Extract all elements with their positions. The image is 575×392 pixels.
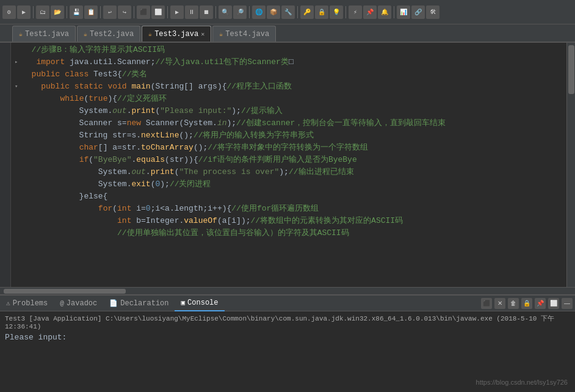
toolbar: ⚙ ▶ 🗂 📂 💾 📋 ↩ ↪ ⬛ ⬜ ▶ ⏸ ⏹ 🔍 🔎 🌐 📦 🔧 🔑 🔒 …	[0, 0, 575, 24]
code-line-9: char[] a=str.toCharArray();//将字符串对象中的字符转…	[11, 142, 566, 154]
scrollbar-thumb[interactable]	[568, 45, 574, 94]
toolbar-icon-24[interactable]: 🔔	[378, 5, 391, 19]
toolbar-icon-13[interactable]: ⏹	[200, 5, 213, 19]
tab-test4[interactable]: ☕ Test4.java	[212, 26, 276, 42]
toolbar-icon-17[interactable]: 📦	[267, 5, 280, 19]
expand-icon-14	[15, 203, 21, 215]
declaration-icon: 📄	[109, 299, 118, 307]
toolbar-sep-5	[167, 6, 168, 18]
tab-problems[interactable]: ⚠ Problems	[0, 296, 54, 311]
toolbar-icon-4[interactable]: 📂	[51, 5, 64, 19]
tab-console[interactable]: ▣ Console	[175, 296, 224, 311]
toolbar-icon-10[interactable]: ⬜	[151, 5, 165, 19]
problems-icon: ⚠	[6, 299, 10, 307]
toolbar-icon-15[interactable]: 🔎	[233, 5, 247, 19]
toolbar-icon-9[interactable]: ⬛	[137, 5, 150, 19]
code-line-3: public class Test3{//类名	[11, 68, 566, 81]
toolbar-icon-8[interactable]: ↪	[118, 5, 131, 19]
tab-test3-close[interactable]: ✕	[201, 31, 204, 38]
tab-declaration[interactable]: 📄 Declaration	[103, 296, 175, 311]
code-line-10: if("ByeBye".equals(str)){//if语句的条件判断用户输入…	[11, 154, 566, 166]
toolbar-icon-5[interactable]: 💾	[70, 5, 83, 19]
expand-icon-5	[15, 93, 21, 105]
code-line-1: //步骤B：输入字符并显示其ASCII码	[11, 44, 566, 56]
tab-test3[interactable]: ☕ Test3.java ✕	[142, 26, 211, 42]
clear-button[interactable]: 🗑	[508, 298, 519, 309]
expand-icon-1	[15, 44, 21, 56]
left-margin	[0, 43, 11, 287]
toolbar-icon-16[interactable]: 🌐	[252, 5, 266, 19]
code-line-4: ▾ public static void main(String[] args)…	[11, 81, 566, 93]
code-line-12: System.exit(0);//关闭进程	[11, 178, 566, 191]
console-content: Test3 [Java Application] C:\Users\luosiy…	[0, 311, 575, 344]
watermark: https://blog.csdn.net/lsy1sy726	[476, 378, 568, 387]
toolbar-icon-27[interactable]: 🛠	[426, 5, 439, 19]
console-path: Test3 [Java Application] C:\Users\luosiy…	[5, 314, 570, 330]
java-file-icon-4: ☕	[219, 31, 223, 38]
tab-javadoc-label: Javadoc	[67, 299, 97, 308]
toolbar-sep-9	[345, 6, 346, 18]
maximize-button[interactable]: ⬜	[548, 298, 559, 309]
toolbar-icon-19[interactable]: 🔑	[300, 5, 314, 19]
toolbar-icon-21[interactable]: 💡	[330, 5, 343, 19]
minimize-button[interactable]: —	[562, 298, 573, 309]
java-file-icon-2: ☕	[84, 31, 87, 38]
code-line-5: while(true){//定义死循环	[11, 93, 566, 105]
expand-icon-11	[15, 166, 21, 178]
tab-console-label: Console	[187, 299, 218, 307]
expand-icon-13	[15, 191, 21, 203]
tab-test1[interactable]: ☕ Test1.java	[12, 26, 76, 42]
tab-javadoc[interactable]: @ Javadoc	[54, 296, 103, 311]
scroll-lock-button[interactable]: 🔒	[521, 298, 532, 309]
toolbar-sep-6	[215, 6, 216, 18]
javadoc-icon: @	[60, 300, 64, 307]
bottom-tab-bar: ⚠ Problems @ Javadoc 📄 Declaration ▣ Con…	[0, 296, 575, 311]
tab-test3-label: Test3.java	[154, 30, 198, 38]
toolbar-sep-8	[297, 6, 298, 18]
expand-icon-3	[15, 68, 21, 81]
pin-button[interactable]: 📌	[535, 298, 546, 309]
toolbar-icon-23[interactable]: 📌	[363, 5, 377, 19]
toolbar-sep-1	[33, 6, 34, 18]
toolbar-icon-14[interactable]: 🔍	[219, 5, 232, 19]
toolbar-icon-22[interactable]: ⚡	[349, 5, 362, 19]
editor-tab-bar: ☕ Test1.java ☕ Test2.java ☕ Test3.java ✕…	[0, 24, 575, 43]
h-scrollbar-thumb[interactable]	[4, 289, 126, 294]
code-line-8: String str=s.nextLine();//将用户的输入转换为字符串形式	[11, 129, 566, 142]
horizontal-scrollbar[interactable]	[0, 287, 575, 294]
tab-declaration-label: Declaration	[120, 299, 168, 308]
java-file-icon-3: ☕	[148, 31, 152, 38]
toolbar-icon-6[interactable]: 📋	[84, 5, 98, 19]
tab-test1-label: Test1.java	[25, 30, 69, 38]
expand-icon-2[interactable]: ▸	[15, 56, 21, 68]
expand-icon-4[interactable]: ▾	[15, 81, 21, 93]
remove-button[interactable]: ✕	[494, 298, 505, 309]
toolbar-sep-10	[394, 6, 394, 18]
toolbar-icon-18[interactable]: 🔧	[281, 5, 295, 19]
toolbar-icon-2[interactable]: ▶	[17, 5, 31, 19]
console-output[interactable]: Please input:	[5, 333, 570, 342]
vertical-scrollbar[interactable]	[566, 43, 575, 287]
code-line-16: //使用单独输出其位置，该位置自与谷输入）的字符及其ASCII码	[11, 227, 566, 239]
toolbar-icon-1[interactable]: ⚙	[2, 5, 16, 19]
tab-test2[interactable]: ☕ Test2.java	[77, 26, 140, 42]
toolbar-sep-3	[100, 6, 101, 18]
expand-icon-7	[15, 117, 21, 129]
console-icon: ▣	[181, 299, 185, 307]
editor-area: //步骤B：输入字符并显示其ASCII码 ▸ import java.util.…	[0, 43, 575, 287]
toolbar-icon-20[interactable]: 🔒	[315, 5, 328, 19]
tab-test4-label: Test4.java	[225, 30, 269, 38]
toolbar-icon-25[interactable]: 📊	[397, 5, 410, 19]
expand-icon-8	[15, 129, 21, 142]
toolbar-sep-2	[67, 6, 67, 18]
toolbar-icon-26[interactable]: 🔗	[411, 5, 425, 19]
terminate-button[interactable]: ⬛	[481, 298, 492, 309]
expand-icon-15	[15, 215, 21, 227]
toolbar-icon-11[interactable]: ▶	[170, 5, 184, 19]
code-line-7: Scanner s=new Scanner(System.in);//创建sca…	[11, 117, 566, 129]
toolbar-icon-3[interactable]: 🗂	[36, 5, 49, 19]
java-file-icon: ☕	[19, 31, 23, 38]
toolbar-icon-12[interactable]: ⏸	[185, 5, 198, 19]
code-editor[interactable]: //步骤B：输入字符并显示其ASCII码 ▸ import java.util.…	[11, 43, 566, 287]
toolbar-icon-7[interactable]: ↩	[103, 5, 117, 19]
